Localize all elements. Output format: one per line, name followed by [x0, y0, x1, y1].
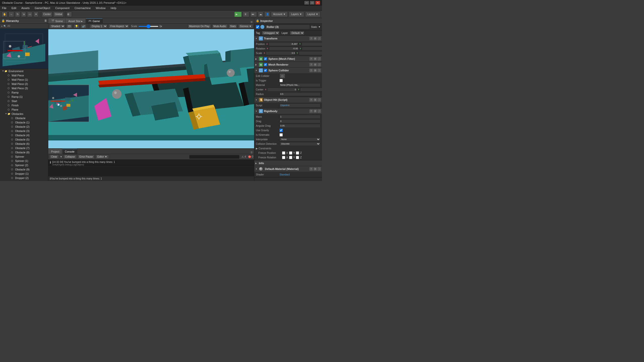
- scale-slider[interactable]: [138, 26, 158, 27]
- menu-item-file[interactable]: File: [1, 6, 8, 10]
- menu-item-component[interactable]: Component: [54, 6, 70, 10]
- scale-tool[interactable]: ⇲: [21, 12, 26, 17]
- script-field[interactable]: ObjectHit: [279, 104, 320, 107]
- hierarchy-item-1[interactable]: ⬡Wall Piece: [0, 73, 48, 77]
- object-hit-help-btn[interactable]: ?: [309, 98, 313, 102]
- scale-x-input[interactable]: [266, 51, 296, 55]
- freeze-rot-y[interactable]: [289, 156, 292, 159]
- tab-game[interactable]: 🎮 Game: [86, 18, 103, 23]
- rect-tool[interactable]: ▭: [27, 12, 32, 17]
- mesh-renderer-help-btn[interactable]: ?: [309, 63, 313, 66]
- tab-asset-store[interactable]: Asset Stor ▸: [66, 18, 86, 23]
- sphere-collider-more-btn[interactable]: ⋮: [317, 69, 321, 72]
- hierarchy-item-4[interactable]: ⬡Wall Piece (3): [0, 86, 48, 90]
- transform-settings-btn[interactable]: ⚙: [313, 37, 317, 40]
- hierarchy-item-25[interactable]: ⬡Dropper (2): [0, 176, 48, 180]
- center-button[interactable]: Center: [42, 12, 52, 17]
- interpolate-select[interactable]: None: [279, 138, 320, 141]
- transform-tool[interactable]: ✦: [33, 12, 38, 17]
- audio-button[interactable]: 🔊: [80, 24, 87, 28]
- center-x-input[interactable]: [267, 88, 297, 92]
- account-button[interactable]: Account ▼: [271, 12, 288, 17]
- hierarchy-item-22[interactable]: ⬡Spinner (2): [0, 163, 48, 167]
- mesh-filter-checkbox[interactable]: [264, 57, 267, 60]
- mesh-renderer-more-btn[interactable]: ⋮: [317, 63, 321, 66]
- pos-y-input[interactable]: [302, 42, 322, 46]
- snap-button[interactable]: ⊞: [67, 12, 72, 17]
- hierarchy-item-8[interactable]: ⬡Finish: [0, 103, 48, 107]
- hierarchy-item-9[interactable]: ⬡Plane: [0, 107, 48, 112]
- hierarchy-item-7[interactable]: ⬡Start: [0, 99, 48, 103]
- error-pause-button[interactable]: Error Pause: [78, 155, 95, 159]
- hierarchy-item-14[interactable]: ⬡Obstacle (3): [0, 129, 48, 133]
- sphere-collider-checkbox[interactable]: [264, 69, 267, 72]
- hand-tool[interactable]: ✋: [2, 12, 8, 17]
- hierarchy-item-16[interactable]: ⬡Obstacle (5): [0, 137, 48, 142]
- hierarchy-item-15[interactable]: ⬡Obstacle (4): [0, 133, 48, 137]
- mesh-renderer-checkbox[interactable]: [264, 63, 267, 66]
- hierarchy-item-23[interactable]: ⬡Obstacle (9): [0, 167, 48, 171]
- mesh-renderer-settings-btn[interactable]: ⚙: [313, 63, 317, 66]
- layers-button[interactable]: Layers ▼: [289, 12, 304, 17]
- hierarchy-item-20[interactable]: ⬡Spinner: [0, 154, 48, 159]
- menu-item-cinemachine[interactable]: Cinemachine: [73, 6, 92, 10]
- console-entry[interactable]: ℹ [14:32:34] You've bumped into a thing …: [49, 160, 254, 167]
- mesh-filter-settings-btn[interactable]: ⚙: [313, 57, 317, 61]
- maximize-button[interactable]: □: [310, 1, 314, 5]
- rigidbody-header[interactable]: ▼ ⚙ Rigidbody ? ⚙ ⋮: [254, 108, 322, 114]
- drag-input[interactable]: [279, 119, 320, 123]
- pos-x-input[interactable]: [269, 42, 298, 46]
- hierarchy-item-5[interactable]: ⬡Ramp: [0, 90, 48, 95]
- is-kinematic-checkbox[interactable]: [279, 133, 283, 137]
- hierarchy-item-10[interactable]: ▼📁Obstacles: [0, 112, 48, 116]
- hierarchy-item-17[interactable]: ⬡Obstacle (6): [0, 142, 48, 146]
- menu-item-gameobject[interactable]: GameObject: [34, 6, 51, 10]
- clear-button[interactable]: Clear: [49, 155, 59, 159]
- close-button[interactable]: ✕: [315, 1, 320, 5]
- rigidbody-settings-btn[interactable]: ⚙: [313, 109, 317, 113]
- tab-scene[interactable]: 🎬 Scene: [48, 18, 66, 23]
- tag-select[interactable]: Untagged: [262, 31, 279, 35]
- mesh-filter-header[interactable]: ▶ ▦ Sphere (Mesh Filter) ? ⚙ ⋮: [254, 56, 322, 62]
- display-select[interactable]: Display 1: [90, 24, 107, 28]
- object-hit-more-btn[interactable]: ⋮: [317, 98, 321, 102]
- material-settings-btn[interactable]: ⚙: [313, 167, 317, 171]
- sphere-collider-settings-btn[interactable]: ⚙: [313, 69, 317, 72]
- hierarchy-item-6[interactable]: ⬡Ramp (1): [0, 95, 48, 99]
- hierarchy-add-button[interactable]: +: [1, 25, 3, 28]
- freeze-rot-x[interactable]: [282, 156, 285, 159]
- freeze-rot-z[interactable]: [296, 156, 299, 159]
- rot-y-input[interactable]: [302, 47, 322, 51]
- 2d-button[interactable]: 2D: [66, 24, 72, 28]
- material-more-btn[interactable]: ⋮: [317, 167, 321, 171]
- menu-item-help[interactable]: Help: [110, 6, 117, 10]
- tab-more-icon[interactable]: ☰: [251, 21, 254, 23]
- hierarchy-item-26[interactable]: ⬡Roller (1): [0, 180, 48, 181]
- mesh-renderer-header[interactable]: ▶ ▦ Mesh Renderer ? ⚙ ⋮: [254, 62, 322, 67]
- gizmos-button[interactable]: Gizmos ▼: [238, 24, 253, 28]
- sphere-collider-header[interactable]: ▼ ◯ Sphere Collider ? ⚙ ⋮: [254, 68, 322, 73]
- layer-select[interactable]: Default: [290, 31, 304, 35]
- rot-x-input[interactable]: [269, 47, 299, 51]
- collab-button[interactable]: 👤: [264, 12, 270, 17]
- center-y-input[interactable]: [300, 88, 322, 92]
- hierarchy-item-13[interactable]: ⬡Obstacle (2): [0, 124, 48, 129]
- scale-y-input[interactable]: [299, 51, 322, 55]
- maximize-on-play-button[interactable]: Maximize On Play: [188, 24, 211, 28]
- move-tool[interactable]: ↔: [9, 12, 14, 17]
- hierarchy-item-12[interactable]: ⬡Obstacle (1): [0, 120, 48, 124]
- mute-audio-button[interactable]: Mute Audio: [212, 24, 228, 28]
- mesh-filter-help-btn[interactable]: ?: [309, 57, 313, 61]
- menu-item-window[interactable]: Window: [95, 6, 107, 10]
- menu-item-edit[interactable]: Edit: [11, 6, 17, 10]
- edit-collider-button[interactable]: ⬡: [279, 73, 285, 78]
- editor-button[interactable]: Editor ▼: [96, 155, 109, 159]
- stats-button[interactable]: Stats: [229, 24, 237, 28]
- is-trigger-checkbox[interactable]: [279, 79, 283, 82]
- minimize-button[interactable]: ─: [304, 1, 309, 5]
- radius-input[interactable]: [279, 92, 320, 96]
- freeze-pos-y[interactable]: [289, 151, 292, 155]
- cloud-button[interactable]: ☁: [258, 12, 263, 17]
- hierarchy-item-19[interactable]: ⬡Obstacle (8): [0, 150, 48, 154]
- hierarchy-item-0[interactable]: ▼📁Environment: [0, 69, 48, 73]
